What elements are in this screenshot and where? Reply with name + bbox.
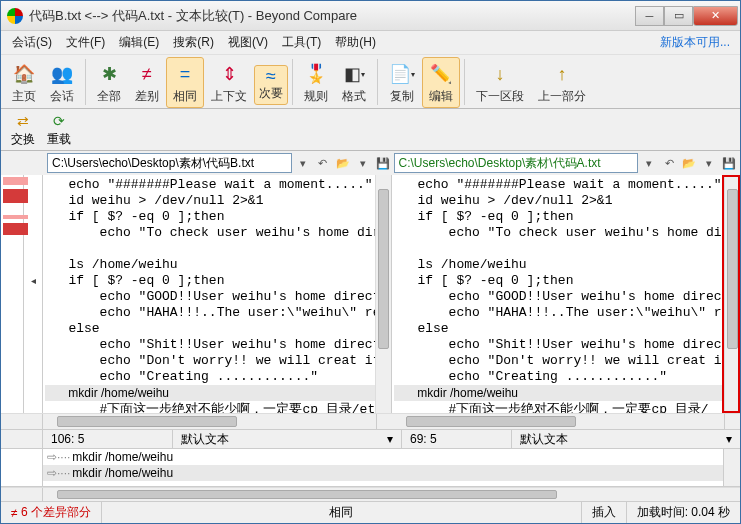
context-button[interactable]: ⇕上下文 xyxy=(204,57,254,108)
session-button[interactable]: 👥会话 xyxy=(43,57,81,108)
reload-button[interactable]: ⟳重载 xyxy=(41,111,77,150)
swap-icon: ⇄ xyxy=(17,113,29,131)
all-button[interactable]: ✱全部 xyxy=(90,57,128,108)
minor-button[interactable]: ≈次要 xyxy=(254,65,288,105)
arrow-up-icon: ↑ xyxy=(558,61,567,87)
right-open-dropdown[interactable]: ▾ xyxy=(700,153,718,173)
bottom-left[interactable]: ⇨····mkdir /home/weihu ⇨····mkdir /home/… xyxy=(43,449,724,486)
left-undo-icon[interactable]: ↶ xyxy=(314,153,332,173)
equal-icon: = xyxy=(180,61,191,87)
menu-search[interactable]: 搜索(R) xyxy=(166,31,221,54)
asterisk-icon: ✱ xyxy=(102,61,117,87)
home-icon: 🏠 xyxy=(13,61,35,87)
info-row: 106: 5 默认文本▾ 69: 5 默认文本▾ xyxy=(1,429,740,449)
same-button[interactable]: =相同 xyxy=(166,57,204,108)
copy-icon: 📄▾ xyxy=(389,61,415,87)
maximize-button[interactable]: ▭ xyxy=(664,6,693,26)
right-path-input[interactable] xyxy=(394,153,639,173)
right-pane: echo "#######Please wait a moment....." … xyxy=(392,175,740,413)
left-path-dropdown[interactable]: ▾ xyxy=(294,153,312,173)
referee-icon: 🎖️ xyxy=(305,61,327,87)
compare-content: ◂ echo "#######Please wait a moment.....… xyxy=(1,175,740,413)
home-button[interactable]: 🏠主页 xyxy=(5,57,43,108)
swap-button[interactable]: ⇄交换 xyxy=(5,111,41,150)
left-encoding[interactable]: 默认文本▾ xyxy=(173,430,402,448)
new-version-link[interactable]: 新版本可用... xyxy=(660,34,736,51)
left-cursor-pos: 106: 5 xyxy=(43,430,173,448)
left-scroll-h[interactable] xyxy=(43,414,376,429)
menu-tools[interactable]: 工具(T) xyxy=(275,31,328,54)
approx-icon: ≈ xyxy=(266,68,276,84)
format-button[interactable]: ◧▾格式 xyxy=(335,57,373,108)
left-open-icon[interactable]: 📂 xyxy=(334,153,352,173)
close-button[interactable]: ✕ xyxy=(693,6,738,26)
right-undo-icon[interactable]: ↶ xyxy=(660,153,678,173)
rules-button[interactable]: 🎖️规则 xyxy=(297,57,335,108)
right-save-icon[interactable]: 💾 xyxy=(720,153,738,173)
format-icon: ◧▾ xyxy=(344,61,365,87)
arrow-down-icon: ↓ xyxy=(496,61,505,87)
right-cursor-pos: 69: 5 xyxy=(402,430,512,448)
window-title: 代码B.txt <--> 代码A.txt - 文本比较(T) - Beyond … xyxy=(29,7,635,25)
bottom-scroll-h[interactable] xyxy=(43,488,724,501)
menu-view[interactable]: 视图(V) xyxy=(221,31,275,54)
status-diff: ≠ 6 个差异部分 xyxy=(1,502,102,523)
thumbnail-overview[interactable]: ◂ xyxy=(1,175,43,413)
reload-icon: ⟳ xyxy=(53,113,65,131)
right-code[interactable]: echo "#######Please wait a moment....." … xyxy=(392,175,740,413)
menu-bar: 会话(S) 文件(F) 编辑(E) 搜索(R) 视图(V) 工具(T) 帮助(H… xyxy=(1,31,740,55)
copy-button[interactable]: 📄▾复制 xyxy=(382,57,422,108)
not-equal-icon: ≠ xyxy=(142,61,152,87)
bottom-detail: ⇨····mkdir /home/weihu ⇨····mkdir /home/… xyxy=(1,449,740,487)
left-scroll-v[interactable] xyxy=(375,175,391,413)
edit-button[interactable]: ✏️编辑 xyxy=(422,57,460,108)
pencil-icon: ✏️ xyxy=(430,61,452,87)
path-row: ▾ ↶ 📂 ▾ 💾 ▾ ↶ 📂 ▾ 💾 xyxy=(1,151,740,175)
status-insert: 插入 xyxy=(582,502,627,523)
menu-session[interactable]: 会话(S) xyxy=(5,31,59,54)
right-scroll-h[interactable] xyxy=(392,414,725,429)
secondary-toolbar: ⇄交换 ⟳重载 xyxy=(1,109,740,151)
prev-section-button[interactable]: ↑上一部分 xyxy=(531,57,593,108)
context-icon: ⇕ xyxy=(222,61,237,87)
minimize-button[interactable]: ─ xyxy=(635,6,664,26)
hscroll-row xyxy=(1,413,740,429)
left-save-icon[interactable]: 💾 xyxy=(374,153,392,173)
people-icon: 👥 xyxy=(51,61,73,87)
menu-help[interactable]: 帮助(H) xyxy=(328,31,383,54)
app-icon xyxy=(7,8,23,24)
right-path-dropdown[interactable]: ▾ xyxy=(640,153,658,173)
left-open-dropdown[interactable]: ▾ xyxy=(354,153,372,173)
next-section-button[interactable]: ↓下一区段 xyxy=(469,57,531,108)
diff-button[interactable]: ≠差别 xyxy=(128,57,166,108)
right-open-icon[interactable]: 📂 xyxy=(680,153,698,173)
main-toolbar: 🏠主页 👥会话 ✱全部 ≠差别 =相同 ⇕上下文 ≈次要 🎖️规则 ◧▾格式 📄… xyxy=(1,55,740,109)
status-loadtime: 加载时间: 0.04 秒 xyxy=(627,502,740,523)
right-scroll-v[interactable] xyxy=(724,175,740,413)
left-path-input[interactable] xyxy=(47,153,292,173)
left-pane: echo "#######Please wait a moment....." … xyxy=(43,175,392,413)
status-bar: ≠ 6 个差异部分 相同 插入 加载时间: 0.04 秒 xyxy=(1,501,740,523)
left-code[interactable]: echo "#######Please wait a moment....." … xyxy=(43,175,391,413)
menu-file[interactable]: 文件(F) xyxy=(59,31,112,54)
window-titlebar: 代码B.txt <--> 代码A.txt - 文本比较(T) - Beyond … xyxy=(1,1,740,31)
menu-edit[interactable]: 编辑(E) xyxy=(112,31,166,54)
right-encoding[interactable]: 默认文本▾ xyxy=(512,430,740,448)
status-same: 相同 xyxy=(102,502,582,523)
